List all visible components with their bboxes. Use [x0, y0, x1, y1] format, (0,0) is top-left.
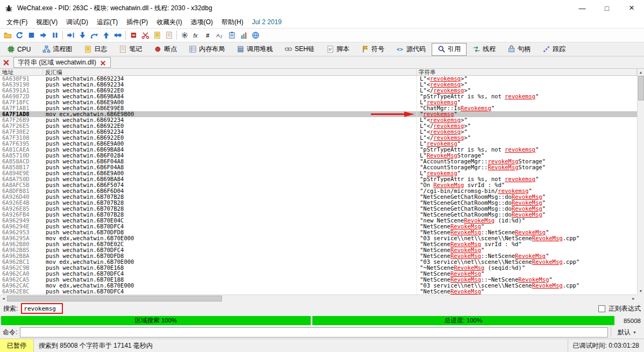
table-row-6A962953[interactable]: 6A962953push wechatwin.6B70DFD8"NetScene… — [0, 229, 644, 235]
table-row-6A7F1AD8[interactable]: 6A7F1AD8mov ecx,wechatwin.6B6E9B00"revok… — [0, 111, 644, 117]
open-file-button[interactable] — [2, 30, 13, 41]
menu-item-4[interactable]: 插件(P) — [122, 17, 152, 28]
function-analysis-button[interactable]: fx — [190, 30, 202, 41]
horizontal-scrollbar[interactable]: ◄ ► — [0, 294, 637, 301]
tab-script[interactable]: s/脚本 — [320, 43, 355, 56]
table-row-6A8DFB81[interactable]: 6A8DFB81push wechatwin.6B6F6D04"/cgi-bin… — [0, 188, 644, 194]
command-input[interactable] — [20, 327, 608, 337]
step-out-button[interactable] — [100, 30, 112, 41]
tab-graph[interactable]: 流程图 — [37, 43, 78, 56]
close-all-tabs-button[interactable] — [2, 58, 11, 67]
table-row-6A926FB4[interactable]: 6A926FB4push wechatwin.6B707B28"NetScene… — [0, 212, 644, 218]
trace-record-button[interactable] — [139, 30, 151, 41]
tab-source[interactable]: <>源代码 — [390, 43, 432, 56]
menu-item-6[interactable]: 选项(O) — [187, 17, 217, 28]
tab-cpu[interactable]: CPU — [1, 43, 37, 56]
table-row-6A7F3108[interactable]: 6A7F3108push wechatwin.6B6922E0L"</revok… — [0, 135, 644, 141]
statistics-button[interactable] — [238, 30, 249, 41]
table-row-6A81CAEA[interactable]: 6A81CAEApush wechatwin.6B69BA84"pStrType… — [0, 147, 644, 153]
table-row-6A85710D[interactable]: 6A85710Dpush wechatwin.6B6F0284L"RevokeM… — [0, 153, 644, 159]
online-help-button[interactable] — [249, 30, 261, 41]
breakpoint-button[interactable] — [127, 30, 139, 41]
log-window-button[interactable] — [151, 30, 163, 41]
tab-memory-map[interactable]: 内存布局 — [183, 43, 231, 56]
table-row-6A894E9E[interactable]: 6A894E9Epush wechatwin.6B6E9A00L"revokem… — [0, 170, 644, 176]
table-row-6A8AFC5B[interactable]: 6A8AFC5Bpush wechatwin.6B6F5074"On Revok… — [0, 182, 644, 188]
close-button[interactable]: × — [619, 0, 644, 16]
table-row-6A8A750D[interactable]: 6A8A750Dpush wechatwin.6B69BA84"pStrType… — [0, 176, 644, 182]
column-header-address[interactable]: 地址 — [0, 69, 43, 75]
vertical-scroll-thumb[interactable] — [638, 76, 644, 100]
tab-log[interactable]: 日志 — [78, 43, 113, 56]
table-row-6A962CAC[interactable]: 6A962CACmov edx,wechatwin.6B70E000"03_se… — [0, 283, 644, 289]
command-profile-dropdown[interactable]: 默认 ▼ — [611, 327, 641, 337]
scroll-down-icon[interactable]: ▼ — [638, 288, 644, 294]
table-row-6A962B80[interactable]: 6A962B80push wechatwin.6B70E02C"NetScene… — [0, 241, 644, 247]
regex-checkbox[interactable] — [598, 305, 605, 312]
table-row-6A962B8A[interactable]: 6A962B8Apush wechatwin.6B70DFD8"NetScene… — [0, 253, 644, 259]
column-header-disassembly[interactable]: 反汇编 — [43, 69, 417, 75]
tab-breakpoints[interactable]: 断点 — [148, 43, 183, 56]
table-row-6A926D40[interactable]: 6A926D40push wechatwin.6B707B28"NetScene… — [0, 194, 644, 200]
memory-layout-button[interactable] — [226, 30, 238, 41]
menu-item-5[interactable]: 收藏夹(I) — [152, 17, 186, 28]
scroll-right-icon[interactable]: ► — [630, 295, 637, 302]
step-into-button[interactable] — [76, 30, 88, 41]
column-header-string[interactable]: 字符串 — [417, 69, 637, 75]
horizontal-scroll-thumb[interactable] — [7, 296, 222, 301]
table-row-6A96295A[interactable]: 6A96295Amov edx,wechatwin.6B70E000"03_se… — [0, 235, 644, 241]
settings-button[interactable] — [178, 30, 190, 41]
table-row-6A7F30E2[interactable]: 6A7F30E2push wechatwin.6B692234L"<revoke… — [0, 129, 644, 135]
menu-item-1[interactable]: 视图(V) — [32, 17, 62, 28]
maximize-button[interactable]: □ — [595, 0, 619, 16]
scroll-left-icon[interactable]: ◄ — [0, 295, 7, 302]
table-row-6A858ACD[interactable]: 6A858ACDpush wechatwin.6B6F04A8"AccountS… — [0, 159, 644, 164]
table-row-6A6391A1[interactable]: 6A6391A1push wechatwin.6B6922E0L"</revok… — [0, 88, 644, 94]
menu-item-7[interactable]: 帮助(H) — [217, 17, 248, 28]
table-row-6A962949[interactable]: 6A962949push wechatwin.6B70E04C"new NetS… — [0, 218, 644, 224]
run-to-user-code-button[interactable] — [65, 30, 76, 41]
tab-symbols[interactable]: 符号 — [355, 43, 390, 56]
stop-button[interactable] — [25, 30, 37, 41]
strings-doc-tab[interactable]: 字符串 (区域 wechatwin.dll) — [13, 57, 111, 68]
restart-button[interactable] — [13, 30, 25, 41]
table-row-6A858B17[interactable]: 6A858B17push wechatwin.6B6F04A8"AccountS… — [0, 164, 644, 170]
table-row-6A96294E[interactable]: 6A96294Epush wechatwin.6B70DFC4"NetScene… — [0, 224, 644, 229]
animate-button[interactable] — [112, 30, 124, 41]
menu-item-2[interactable]: 调试(D) — [62, 17, 92, 28]
scroll-up-icon[interactable]: ▲ — [638, 69, 644, 76]
notes-window-button[interactable] — [163, 30, 175, 41]
table-row-6A7F1AB1[interactable]: 6A7F1AB1push wechatwin.6B6E99E8"ChatMgr:… — [0, 105, 644, 111]
table-row-6A962B85[interactable]: 6A962B85push wechatwin.6B70DFC4"NetScene… — [0, 247, 644, 253]
close-tab-icon[interactable] — [99, 59, 106, 66]
table-row-6A962CA0[interactable]: 6A962CA0push wechatwin.6B70DFC4"NetScene… — [0, 271, 644, 277]
tab-references[interactable]: 引用 — [432, 43, 467, 56]
table-row-6A638F91[interactable]: 6A638F91push wechatwin.6B692234L"<revoke… — [0, 76, 644, 82]
tab-handles[interactable]: 句柄 — [502, 43, 536, 56]
table-row-6A7F26B9[interactable]: 6A7F26B9push wechatwin.6B692234L"<revoke… — [0, 117, 644, 123]
search-input[interactable] — [21, 303, 63, 314]
table-row-6A926E4B[interactable]: 6A926E4Bpush wechatwin.6B707B28"NetScene… — [0, 200, 644, 206]
tab-seh[interactable]: SEH链 — [278, 43, 320, 56]
pause-button[interactable] — [49, 30, 61, 41]
tab-trace[interactable]: 跟踪 — [536, 43, 571, 56]
table-row-6A962E8C[interactable]: 6A962E8Cpush wechatwin.6B70DFC4"NetScene… — [0, 289, 644, 294]
string-analysis-button[interactable]: Az — [214, 30, 226, 41]
tab-notes[interactable]: 笔记 — [113, 43, 148, 56]
tab-threads[interactable]: 线程 — [467, 43, 502, 56]
menu-item-0[interactable]: 文件(F) — [2, 17, 32, 28]
step-over-button[interactable] — [88, 30, 100, 41]
hash-analysis-button[interactable]: # — [202, 30, 214, 41]
table-row-6A962CA5[interactable]: 6A962CA5push wechatwin.6B70E188"NetScene… — [0, 277, 644, 283]
table-row-6A7F18FC[interactable]: 6A7F18FCpush wechatwin.6B6E9A00L"revokem… — [0, 99, 644, 105]
tab-call-stack[interactable]: 调用堆栈 — [231, 43, 278, 56]
vertical-scrollbar[interactable]: ▲ ▼ — [637, 69, 644, 294]
table-row-6A962C9B[interactable]: 6A962C9Bpush wechatwin.6B70E168"~NetScen… — [0, 265, 644, 271]
run-button[interactable] — [37, 30, 49, 41]
menu-item-3[interactable]: 追踪(T) — [92, 17, 122, 28]
table-row-6A7F6395[interactable]: 6A7F6395push wechatwin.6B6E9A00L"revokem… — [0, 141, 644, 147]
table-row-6A962BC1[interactable]: 6A962BC1mov edx,wechatwin.6B70E000"03_se… — [0, 259, 644, 265]
table-row-6A926E85[interactable]: 6A926E85push wechatwin.6B707B28"NetScene… — [0, 206, 644, 212]
table-row-6A7F26E5[interactable]: 6A7F26E5push wechatwin.6B6922E0L"</revok… — [0, 123, 644, 129]
table-row-6A69872D[interactable]: 6A69872Dpush wechatwin.6B69BA84"pStrType… — [0, 94, 644, 99]
